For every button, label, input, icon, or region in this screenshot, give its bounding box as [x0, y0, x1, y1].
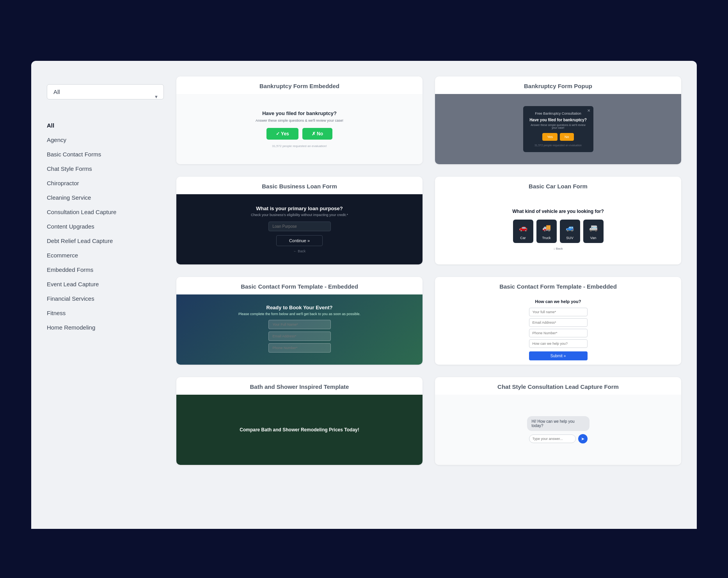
- template-card-preview: ✕ Free Bankruptcy Consultation Have you …: [435, 94, 681, 164]
- template-card-preview: Compare Bath and Shower Remodeling Price…: [176, 395, 423, 465]
- template-card[interactable]: Basic Car Loan Form What kind of vehicle…: [435, 177, 681, 264]
- sidebar-nav-item[interactable]: Consultation Lead Capture: [47, 205, 164, 219]
- template-card[interactable]: Bath and Shower Inspired Template Compar…: [176, 377, 423, 465]
- template-card[interactable]: Chat Style Consultation Lead Capture For…: [435, 377, 681, 465]
- sidebar-nav-item[interactable]: Financial Services: [47, 291, 164, 306]
- sidebar-nav-item[interactable]: Debt Relief Lead Capture: [47, 234, 164, 248]
- sidebar-nav-item[interactable]: Chiropractor: [47, 176, 164, 190]
- sidebar-nav-item[interactable]: Content Upgrades: [47, 219, 164, 234]
- template-card-preview: Hi! How can we help you today? ➤: [435, 395, 681, 465]
- template-card-preview: How can we help you? Submit »: [435, 294, 681, 365]
- template-card[interactable]: Bankruptcy Form Embedded Have you filed …: [176, 76, 423, 164]
- sidebar-nav-item[interactable]: Embedded Forms: [47, 262, 164, 277]
- template-card-title: Bankruptcy Form Popup: [435, 76, 681, 94]
- main-container: AllAgencyBasic Contact FormsChat Style F…: [31, 61, 697, 529]
- template-card[interactable]: Bankruptcy Form Popup ✕ Free Bankruptcy …: [435, 76, 681, 164]
- template-card-preview: What is your primary loan purpose? Check…: [176, 194, 423, 264]
- template-card-preview: Have you filed for bankruptcy? Answer th…: [176, 94, 423, 164]
- template-card-preview: Ready to Book Your Event? Please complet…: [176, 294, 423, 365]
- sidebar-nav-item[interactable]: Event Lead Capture: [47, 277, 164, 291]
- sidebar: AllAgencyBasic Contact FormsChat Style F…: [47, 76, 164, 513]
- template-card[interactable]: Basic Contact Form Template - Embedded H…: [435, 277, 681, 365]
- template-card-title: Basic Car Loan Form: [435, 177, 681, 194]
- dropdown-wrapper[interactable]: AllAgencyBasic Contact FormsChat Style F…: [47, 84, 164, 109]
- sidebar-nav-item[interactable]: Home Remodeling: [47, 320, 164, 335]
- template-card-title: Bankruptcy Form Embedded: [176, 76, 423, 94]
- template-card[interactable]: Basic Business Loan Form What is your pr…: [176, 177, 423, 264]
- sidebar-nav: AllAgencyBasic Contact FormsChat Style F…: [47, 118, 164, 335]
- sidebar-nav-item[interactable]: Fitness: [47, 306, 164, 320]
- template-card-title: Basic Business Loan Form: [176, 177, 423, 194]
- template-card-title: Basic Contact Form Template - Embedded: [176, 277, 423, 294]
- template-card-preview: What kind of vehicle are you looking for…: [435, 194, 681, 264]
- template-card-title: Bath and Shower Inspired Template: [176, 377, 423, 395]
- sidebar-nav-item[interactable]: Ecommerce: [47, 248, 164, 262]
- templates-grid: Bankruptcy Form Embedded Have you filed …: [176, 76, 681, 513]
- sidebar-nav-item[interactable]: Cleaning Service: [47, 190, 164, 205]
- template-card-title: Chat Style Consultation Lead Capture For…: [435, 377, 681, 395]
- hero-section: [0, 0, 728, 61]
- sidebar-nav-item[interactable]: Agency: [47, 133, 164, 147]
- category-dropdown[interactable]: AllAgencyBasic Contact FormsChat Style F…: [47, 84, 164, 99]
- sidebar-nav-item[interactable]: Chat Style Forms: [47, 161, 164, 176]
- sidebar-nav-item[interactable]: Basic Contact Forms: [47, 147, 164, 161]
- template-card[interactable]: Basic Contact Form Template - Embedded R…: [176, 277, 423, 365]
- template-card-title: Basic Contact Form Template - Embedded: [435, 277, 681, 294]
- sidebar-nav-item[interactable]: All: [47, 118, 164, 133]
